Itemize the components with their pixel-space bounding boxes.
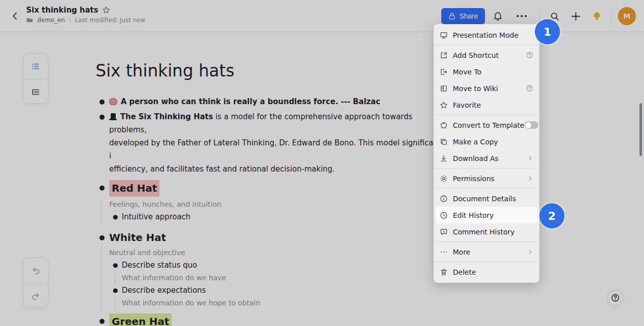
info-icon <box>440 195 448 203</box>
menu-item-move-to-wiki[interactable]: Move to Wiki <box>434 80 539 97</box>
app-window: Six thinking hats demo_en | Last modifie… <box>0 0 644 326</box>
favorite-star-icon <box>440 101 448 109</box>
move-to-icon <box>440 68 448 76</box>
menu-divider <box>434 168 539 169</box>
step-1-number: 1 <box>543 26 551 38</box>
step-2-number: 2 <box>548 210 555 222</box>
chevron-right-icon <box>527 249 533 255</box>
menu-item-comment-history[interactable]: Comment History <box>434 223 539 240</box>
step-annotation-2: 2 <box>539 203 565 228</box>
comment-history-icon <box>440 228 448 236</box>
help-circle-icon[interactable] <box>526 85 533 92</box>
chevron-right-icon <box>527 175 533 182</box>
menu-item-edit-history[interactable]: Edit History <box>436 207 537 223</box>
edit-history-clock-icon <box>440 211 448 219</box>
trash-icon <box>440 268 448 276</box>
menu-item-move-to[interactable]: Move To <box>434 63 539 80</box>
move-to-wiki-icon <box>440 85 448 93</box>
permissions-gear-icon <box>440 175 448 183</box>
template-icon <box>440 121 448 129</box>
menu-item-delete[interactable]: Delete <box>434 264 539 280</box>
download-icon <box>440 154 448 162</box>
menu-item-document-details[interactable]: Document Details <box>434 190 539 207</box>
menu-divider <box>434 45 539 45</box>
help-circle-icon[interactable] <box>526 51 533 59</box>
add-shortcut-icon <box>440 51 448 59</box>
menu-divider <box>434 115 539 115</box>
convert-template-toggle[interactable] <box>524 121 538 129</box>
menu-item-convert-to-template[interactable]: Convert to Template <box>434 117 539 133</box>
menu-item-download-as[interactable]: Download As <box>434 150 539 167</box>
menu-item-presentation-mode[interactable]: Presentation Mode <box>434 27 539 43</box>
menu-item-favorite[interactable]: Favorite <box>434 97 539 113</box>
menu-item-more[interactable]: More <box>434 243 539 260</box>
menu-divider <box>434 188 539 189</box>
menu-item-make-a-copy[interactable]: Make a Copy <box>434 133 539 150</box>
presentation-icon <box>440 31 448 39</box>
menu-divider <box>434 241 539 242</box>
menu-item-permissions[interactable]: Permissions <box>434 170 539 187</box>
more-actions-menu: Presentation Mode Add Shortcut Move To M… <box>434 24 539 283</box>
chevron-right-icon <box>527 155 533 161</box>
dim-overlay[interactable] <box>0 0 644 326</box>
step-annotation-1: 1 <box>535 19 560 44</box>
copy-icon <box>440 138 448 146</box>
ellipsis-icon <box>440 248 448 256</box>
menu-divider <box>434 262 539 262</box>
menu-item-add-shortcut[interactable]: Add Shortcut <box>434 47 539 63</box>
